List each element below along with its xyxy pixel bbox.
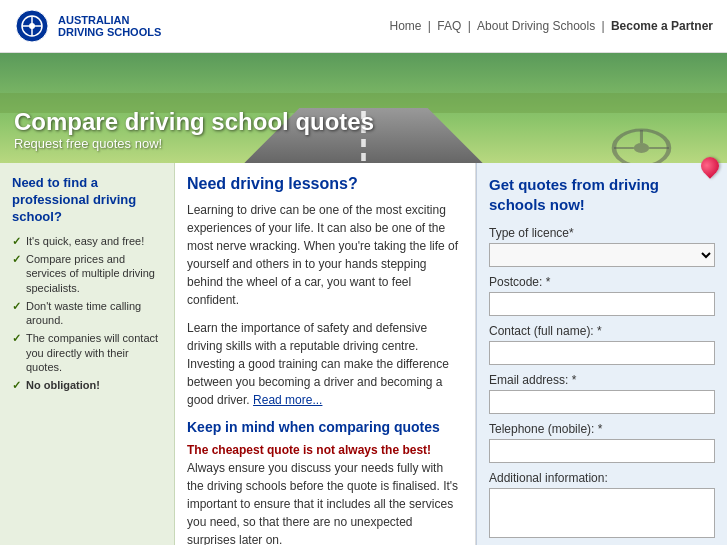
contact-input[interactable] <box>489 341 715 365</box>
logo-area: AUSTRALIAN DRIVING SCHOOLS <box>14 8 161 44</box>
nav-links: Home | FAQ | About Driving Schools | Bec… <box>389 19 713 33</box>
section1-heading: Need driving lessons? <box>187 175 463 193</box>
additional-label: Additional information: <box>489 471 715 485</box>
email-field-group: Email address: * <box>489 373 715 414</box>
list-item: Don't waste time calling around. <box>12 299 162 328</box>
section2-heading: Keep in mind when comparing quotes <box>187 419 463 435</box>
quote-form-sidebar: Get quotes from driving schools now! Typ… <box>476 163 727 545</box>
hero-title: Compare driving school quotes <box>14 108 374 136</box>
section1-p2: Learn the importance of safety and defen… <box>187 319 463 409</box>
sidebar-title: Get quotes from driving schools now! <box>489 175 715 214</box>
nav-partner-link[interactable]: Become a Partner <box>611 19 713 33</box>
email-label: Email address: * <box>489 373 715 387</box>
logo-text: AUSTRALIAN DRIVING SCHOOLS <box>58 14 161 38</box>
nav-about-link[interactable]: About Driving Schools <box>477 19 595 33</box>
telephone-label: Telephone (mobile): * <box>489 422 715 436</box>
read-more-link[interactable]: Read more... <box>253 393 322 407</box>
svg-point-4 <box>29 23 35 29</box>
hero-subtitle: Request free quotes now! <box>14 136 374 151</box>
list-item: Compare prices and services of multiple … <box>12 252 162 295</box>
nav-faq-link[interactable]: FAQ <box>437 19 461 33</box>
nav-home-link[interactable]: Home <box>389 19 421 33</box>
header: AUSTRALIAN DRIVING SCHOOLS Home | FAQ | … <box>0 0 727 53</box>
list-item: The companies will contact you directly … <box>12 331 162 374</box>
contact-label: Contact (full name): * <box>489 324 715 338</box>
left-column: Need to find a professional driving scho… <box>0 163 476 545</box>
licence-select[interactable]: Car Motorcycle Truck Bus <box>489 243 715 267</box>
contact-field-group: Contact (full name): * <box>489 324 715 365</box>
left-top: Need to find a professional driving scho… <box>0 163 476 545</box>
hero-banner: Compare driving school quotes Request fr… <box>0 53 727 163</box>
postcode-field-group: Postcode: * <box>489 275 715 316</box>
list-item: No obligation! <box>12 378 162 392</box>
telephone-input[interactable] <box>489 439 715 463</box>
telephone-field-group: Telephone (mobile): * <box>489 422 715 463</box>
section2-body: The cheapest quote is not always the bes… <box>187 441 463 545</box>
main-content: Need to find a professional driving scho… <box>0 163 727 545</box>
licence-label: Type of licence* <box>489 226 715 240</box>
logo-icon <box>14 8 50 44</box>
licence-field-group: Type of licence* Car Motorcycle Truck Bu… <box>489 226 715 267</box>
additional-field-group: Additional information: <box>489 471 715 541</box>
info-box-heading: Need to find a professional driving scho… <box>12 175 162 226</box>
info-box-list: It's quick, easy and free! Compare price… <box>12 234 162 393</box>
list-item: It's quick, easy and free! <box>12 234 162 248</box>
svg-point-10 <box>634 143 649 153</box>
info-box: Need to find a professional driving scho… <box>0 163 175 545</box>
postcode-label: Postcode: * <box>489 275 715 289</box>
content-box: Need driving lessons? Learning to drive … <box>175 163 476 545</box>
email-input[interactable] <box>489 390 715 414</box>
postcode-input[interactable] <box>489 292 715 316</box>
hero-text: Compare driving school quotes Request fr… <box>14 108 374 151</box>
section1-p1: Learning to drive can be one of the most… <box>187 201 463 309</box>
additional-textarea[interactable] <box>489 488 715 538</box>
